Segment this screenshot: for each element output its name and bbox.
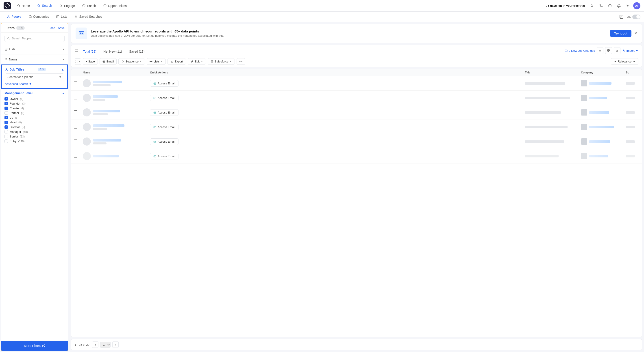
settings-icon-btn[interactable] bbox=[624, 2, 632, 9]
svg-point-8 bbox=[8, 16, 9, 17]
prev-page-btn[interactable]: ‹ bbox=[92, 342, 98, 348]
banner-close-button[interactable]: ✕ bbox=[634, 31, 638, 36]
score-cell bbox=[626, 155, 635, 158]
name-filter-row[interactable]: Name ▼ bbox=[4, 57, 64, 62]
mgmt-checkbox-director[interactable]: ✓ bbox=[4, 125, 8, 129]
banner-icon bbox=[76, 27, 87, 39]
mgmt-checkbox-manager[interactable] bbox=[4, 130, 8, 134]
sort-company-icon bbox=[594, 71, 596, 74]
mgmt-checkbox-founder[interactable]: ✓ bbox=[4, 102, 8, 105]
nav-enrich[interactable]: Enrich bbox=[79, 3, 99, 9]
edit-action-btn[interactable]: Edit ▼ bbox=[188, 58, 206, 65]
try-it-button[interactable]: Try it out bbox=[610, 30, 632, 37]
nav-opportunities[interactable]: Opportunities bbox=[100, 3, 130, 9]
mgmt-item-manager[interactable]: Manager (68) bbox=[4, 130, 64, 134]
title-blur bbox=[525, 155, 558, 158]
user-avatar[interactable]: AT bbox=[633, 2, 640, 9]
access-email-button[interactable]: Access Email bbox=[150, 109, 178, 116]
access-email-button[interactable]: Access Email bbox=[150, 138, 178, 145]
load-filters-btn[interactable]: Load bbox=[49, 26, 55, 29]
job-title-search-input[interactable]: Search for a job title ▼ bbox=[5, 73, 64, 80]
row-checkbox[interactable] bbox=[74, 110, 77, 114]
title-cell bbox=[525, 82, 581, 85]
mgmt-item-head[interactable]: ✓ Head (8) bbox=[4, 121, 64, 124]
next-page-btn[interactable]: › bbox=[112, 342, 118, 348]
mgmt-item-partner[interactable]: Partner (0) bbox=[4, 111, 64, 115]
mgmt-collapse-icon[interactable]: ▲ bbox=[62, 92, 64, 95]
job-changes-btn[interactable]: 2 New Job Changes bbox=[564, 49, 595, 52]
mgmt-item-vp[interactable]: ✓ Vp (8) bbox=[4, 116, 64, 119]
search-people-input[interactable]: Search People... bbox=[4, 35, 64, 42]
mgmt-item-owner[interactable]: ✓ Owner (1) bbox=[4, 97, 64, 101]
page-select[interactable]: 1 2 bbox=[100, 342, 110, 348]
access-email-button[interactable]: Access Email bbox=[150, 80, 178, 87]
row-checkbox[interactable] bbox=[74, 81, 77, 85]
col-header-title[interactable]: Title bbox=[525, 71, 581, 74]
access-email-button[interactable]: Access Email bbox=[150, 153, 178, 160]
col-header-company[interactable]: Company bbox=[581, 71, 626, 74]
mgmt-checkbox-partner[interactable] bbox=[4, 111, 8, 115]
phone-icon-btn[interactable] bbox=[597, 2, 604, 9]
subnav-saved-searches[interactable]: Saved Searches bbox=[71, 13, 106, 20]
more-actions-btn[interactable]: ••• bbox=[236, 58, 246, 65]
mgmt-item-founder[interactable]: ✓ Founder (3) bbox=[4, 102, 64, 105]
help-icon-btn[interactable] bbox=[606, 2, 614, 9]
sequence-action-btn[interactable]: Sequence ▼ bbox=[118, 58, 145, 65]
tab-net-new[interactable]: Net New (11) bbox=[100, 48, 125, 55]
tab-total[interactable]: Total (29) bbox=[80, 48, 99, 55]
mgmt-checkbox-owner[interactable]: ✓ bbox=[4, 97, 8, 101]
mgmt-item-director[interactable]: ✓ Director (5) bbox=[4, 125, 64, 129]
import-button[interactable]: Import ▼ bbox=[622, 49, 638, 52]
tab-saved[interactable]: Saved (18) bbox=[126, 48, 148, 55]
advanced-search-link[interactable]: Advanced Search ▼ bbox=[5, 82, 64, 86]
subnav-companies[interactable]: Companies bbox=[25, 13, 52, 20]
row-checkbox[interactable] bbox=[74, 125, 77, 129]
collapse-sidebar-btn[interactable] bbox=[75, 49, 78, 53]
job-titles-collapse-icon[interactable]: ▲ bbox=[61, 68, 64, 71]
select-all-checkbox[interactable]: ▼ bbox=[75, 58, 81, 65]
mgmt-item-csuite[interactable]: ✓ C suite (4) bbox=[4, 107, 64, 110]
mgmt-checkbox-head[interactable]: ✓ bbox=[4, 121, 8, 124]
list-view-btn[interactable] bbox=[597, 47, 604, 54]
subnav-people[interactable]: People bbox=[4, 13, 24, 20]
salesforce-action-btn[interactable]: Salesforce ▼ bbox=[208, 58, 234, 65]
search-icon-btn[interactable] bbox=[588, 2, 596, 9]
mgmt-checkbox-senior[interactable] bbox=[4, 135, 8, 138]
export-action-btn[interactable]: Export bbox=[168, 58, 186, 65]
mgmt-checkbox-vp[interactable]: ✓ bbox=[4, 116, 8, 119]
select-all-caret[interactable]: ▼ bbox=[78, 60, 81, 63]
svg-rect-33 bbox=[154, 112, 156, 114]
job-titles-clear-btn[interactable]: ✕ bbox=[42, 68, 44, 71]
col-header-name[interactable]: Name bbox=[83, 71, 150, 74]
bell-icon-btn[interactable] bbox=[615, 2, 622, 9]
select-all-input[interactable] bbox=[75, 60, 78, 63]
mgmt-checkbox-csuite[interactable]: ✓ bbox=[4, 107, 8, 110]
row-checkbox[interactable] bbox=[74, 96, 77, 99]
lists-action-btn[interactable]: Lists ▼ bbox=[147, 58, 166, 65]
access-email-button[interactable]: Access Email bbox=[150, 124, 178, 130]
test-toggle[interactable] bbox=[632, 14, 640, 19]
mgmt-item-senior[interactable]: Senior (23) bbox=[4, 135, 64, 138]
nav-search[interactable]: Search bbox=[34, 2, 55, 9]
grid-view-btn[interactable] bbox=[605, 47, 612, 54]
nav-home[interactable]: Home bbox=[14, 3, 33, 9]
export-view-btn[interactable] bbox=[614, 47, 620, 54]
save-action-btn[interactable]: + Save bbox=[83, 58, 98, 65]
more-filters-button[interactable]: More Filters bbox=[1, 341, 68, 351]
clear-filters-btn[interactable]: ✕ bbox=[21, 26, 23, 29]
row-checkbox[interactable] bbox=[74, 154, 77, 158]
job-title-caret-icon: ▼ bbox=[59, 75, 62, 79]
nav-engage[interactable]: Engage bbox=[56, 3, 78, 9]
pagination-bar: 1 - 25 of 29 ‹ 1 2 › bbox=[71, 339, 642, 350]
subnav-lists[interactable]: Lists bbox=[53, 13, 70, 20]
app-logo[interactable] bbox=[4, 2, 11, 9]
access-email-button[interactable]: Access Email bbox=[150, 95, 178, 101]
row-checkbox[interactable] bbox=[74, 140, 77, 143]
email-action-btn[interactable]: Email bbox=[100, 58, 117, 65]
title-blur bbox=[525, 111, 561, 114]
lists-filter-row[interactable]: Lists ▼ bbox=[4, 47, 64, 52]
sort-relevance-btn[interactable]: Relevance ▼ bbox=[611, 58, 638, 65]
save-filters-btn[interactable]: Save bbox=[58, 26, 64, 29]
mgmt-item-entry[interactable]: Entry (140) bbox=[4, 140, 64, 143]
mgmt-checkbox-entry[interactable] bbox=[4, 140, 8, 143]
